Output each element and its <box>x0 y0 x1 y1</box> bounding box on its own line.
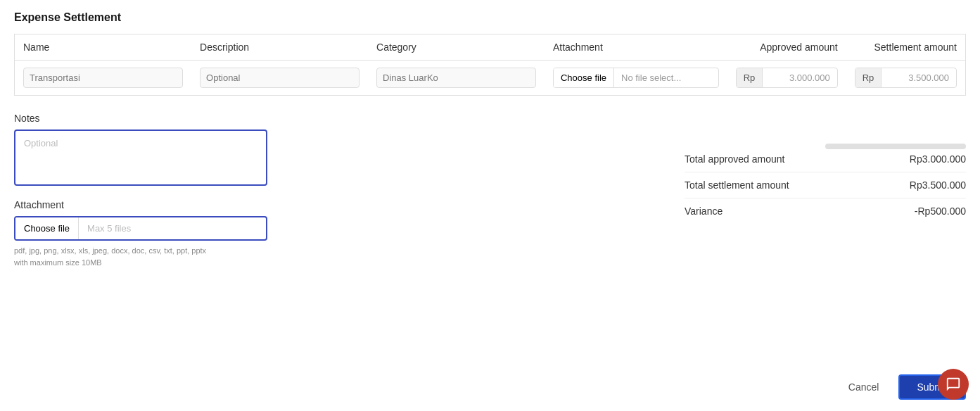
attachment-section: Attachment Choose file Max 5 files pdf, … <box>14 199 267 268</box>
description-input[interactable] <box>200 68 359 88</box>
approved-currency: Rp <box>737 68 763 87</box>
total-approved-value: Rp3.000.000 <box>910 153 966 165</box>
notes-textarea[interactable] <box>14 129 267 186</box>
chat-button[interactable] <box>938 369 969 400</box>
settlement-cell: Rp 3.500.000 <box>846 61 966 96</box>
cancel-button[interactable]: Cancel <box>840 376 888 398</box>
table-row: Choose file No file select... Rp 3.000.0… <box>15 61 966 96</box>
total-approved-row: Total approved amount Rp3.000.000 <box>685 149 966 169</box>
approved-value: 3.000.000 <box>763 68 836 87</box>
total-settlement-value: Rp3.500.000 <box>910 179 966 191</box>
page-container: Expense Settlement Name Description Cate… <box>0 0 980 411</box>
total-settlement-label: Total settlement amount <box>685 179 789 191</box>
attachment-file-row: Choose file Max 5 files <box>14 216 267 241</box>
summary-divider-1 <box>685 172 966 172</box>
name-input[interactable] <box>23 68 183 88</box>
summary-table: Total approved amount Rp3.000.000 Total … <box>685 149 966 221</box>
page-title: Expense Settlement <box>14 11 966 24</box>
description-cell <box>191 61 368 96</box>
file-hints-line1: pdf, jpg, png, xlsx, xls, jpeg, docx, do… <box>14 245 267 257</box>
chat-icon <box>946 377 961 392</box>
attachment-label: Attachment <box>14 199 267 210</box>
attachment-cell: Choose file No file select... <box>545 61 727 96</box>
total-settlement-row: Total settlement amount Rp3.500.000 <box>685 175 966 195</box>
left-panel: Notes Attachment Choose file Max 5 files… <box>14 113 267 411</box>
file-choose-button[interactable]: Choose file <box>554 68 614 87</box>
notes-section: Notes <box>14 113 267 188</box>
col-header-settlement: Settlement amount <box>846 34 966 61</box>
expense-table: Name Description Category Attachment App… <box>14 34 966 96</box>
settlement-value: 3.500.000 <box>882 68 956 87</box>
notes-label: Notes <box>14 113 267 124</box>
total-approved-label: Total approved amount <box>685 153 784 165</box>
settlement-amount-wrapper: Rp 3.500.000 <box>855 68 957 88</box>
progress-bar <box>825 144 966 149</box>
col-header-description: Description <box>191 34 368 61</box>
settlement-currency: Rp <box>855 68 882 87</box>
main-content: Notes Attachment Choose file Max 5 files… <box>14 113 966 411</box>
file-hints: pdf, jpg, png, xlsx, xls, jpeg, docx, do… <box>14 245 267 268</box>
approved-cell: Rp 3.000.000 <box>727 61 846 96</box>
file-input-wrapper: Choose file No file select... <box>553 68 719 88</box>
col-header-approved: Approved amount <box>727 34 846 61</box>
right-panel: Total approved amount Rp3.000.000 Total … <box>295 113 966 411</box>
variance-label: Variance <box>685 206 723 217</box>
col-header-category: Category <box>368 34 545 61</box>
approved-amount-wrapper: Rp 3.000.000 <box>736 68 838 88</box>
progress-bar-area <box>825 144 966 149</box>
file-label: No file select... <box>614 68 718 87</box>
category-input[interactable] <box>376 68 536 88</box>
col-header-name: Name <box>15 34 192 61</box>
name-cell <box>15 61 192 96</box>
variance-row: Variance -Rp500.000 <box>685 201 966 221</box>
attach-placeholder: Max 5 files <box>79 217 266 239</box>
summary-divider-2 <box>685 198 966 198</box>
attach-choose-button[interactable]: Choose file <box>15 217 79 239</box>
col-header-attachment: Attachment <box>545 34 727 61</box>
file-hints-line2: with maximum size 10MB <box>14 257 267 269</box>
category-cell <box>368 61 545 96</box>
variance-value: -Rp500.000 <box>915 206 966 217</box>
